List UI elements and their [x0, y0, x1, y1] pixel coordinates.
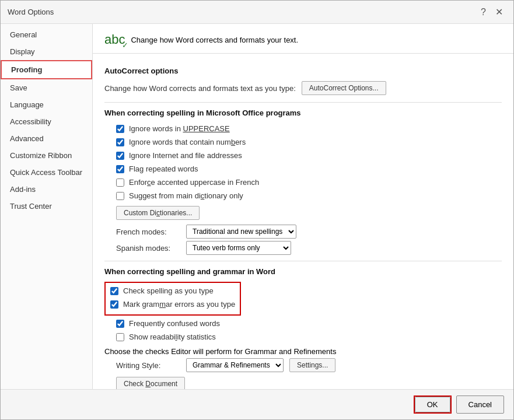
custom-dictionaries-button[interactable]: Custom Dictionaries...	[116, 206, 200, 220]
writing-style-row: Writing Style: Grammar & Refinements Set…	[116, 358, 502, 372]
ignore-numbers-checkbox[interactable]	[116, 138, 124, 146]
enforce-accented-row: Enforce accented uppercase in French	[116, 177, 502, 188]
divider-1	[104, 102, 502, 103]
sidebar: General Display Proofing Save Language A…	[1, 24, 93, 389]
confused-words-label: Frequently confused words	[129, 319, 220, 328]
sidebar-item-proofing[interactable]: Proofing	[1, 60, 92, 79]
divider-2	[104, 261, 502, 261]
mark-grammar-row: Mark grammar errors as you type	[110, 299, 235, 310]
enforce-accented-checkbox[interactable]	[116, 178, 124, 187]
sidebar-item-trust-center[interactable]: Trust Center	[1, 198, 92, 215]
french-modes-select[interactable]: Traditional and new spellings	[186, 225, 296, 239]
dialog-title: Word Options	[8, 8, 54, 16]
cancel-button[interactable]: Cancel	[456, 396, 504, 414]
dialog-footer: OK Cancel	[1, 389, 513, 419]
ignore-internet-label: Ignore Internet and file addresses	[129, 151, 242, 160]
main-header: abc✓ Change how Word corrects and format…	[93, 24, 513, 54]
proofing-icon: abc✓	[104, 32, 125, 47]
ignore-uppercase-row: Ignore words in UPPERCASE	[116, 123, 502, 134]
editor-description: Choose the checks Editor will perform fo…	[104, 347, 336, 356]
suggest-main-checkbox[interactable]	[116, 192, 124, 200]
ignore-numbers-row: Ignore words that contain numbers	[116, 136, 502, 148]
settings-button[interactable]: Settings...	[289, 358, 335, 372]
autocorrect-description: Change how Word corrects and formats tex…	[104, 84, 296, 93]
show-readability-row: Show readability statistics	[116, 331, 502, 342]
title-bar-controls: ? ✕	[477, 5, 506, 19]
sidebar-item-add-ins[interactable]: Add-ins	[1, 181, 92, 198]
suggest-main-label: Suggest from main dictionary only	[129, 191, 243, 200]
main-body: AutoCorrect options Change how Word corr…	[93, 54, 513, 389]
ignore-uppercase-checkbox[interactable]	[116, 125, 124, 133]
ignore-internet-row: Ignore Internet and file addresses	[116, 150, 502, 161]
show-readability-checkbox[interactable]	[116, 333, 124, 341]
main-content: abc✓ Change how Word corrects and format…	[93, 24, 513, 389]
sidebar-item-general[interactable]: General	[1, 26, 92, 43]
word-grammar-title: When correcting spelling and grammar in …	[104, 267, 502, 276]
main-header-text: Change how Word corrects and formats you…	[131, 36, 298, 44]
ms-spelling-title: When correcting spelling in Microsoft Of…	[104, 108, 502, 117]
highlighted-checkboxes-box: Check spelling as you type Mark grammar …	[104, 282, 241, 316]
autocorrect-section-title: AutoCorrect options	[104, 66, 502, 75]
flag-repeated-label: Flag repeated words	[129, 164, 198, 173]
sidebar-item-accessibility[interactable]: Accessibility	[1, 113, 92, 130]
word-options-dialog: Word Options ? ✕ General Display Proofin…	[0, 0, 514, 420]
title-bar: Word Options ? ✕	[1, 1, 513, 24]
flag-repeated-checkbox[interactable]	[116, 165, 124, 173]
spanish-modes-select[interactable]: Tuteo verb forms only	[186, 241, 291, 255]
flag-repeated-row: Flag repeated words	[116, 163, 502, 174]
sidebar-item-quick-access[interactable]: Quick Access Toolbar	[1, 164, 92, 181]
writing-style-select[interactable]: Grammar & Refinements	[186, 358, 284, 372]
sidebar-item-save[interactable]: Save	[1, 79, 92, 96]
custom-dicts-row: Custom Dictionaries...	[116, 206, 502, 220]
check-spelling-checkbox[interactable]	[110, 287, 118, 295]
spanish-modes-label: Spanish modes:	[116, 244, 180, 253]
editor-description-row: Choose the checks Editor will perform fo…	[104, 347, 502, 356]
check-document-row: Check Document	[116, 377, 502, 389]
sidebar-item-customize-ribbon[interactable]: Customize Ribbon	[1, 147, 92, 164]
confused-words-row: Frequently confused words	[116, 318, 502, 329]
check-document-button[interactable]: Check Document	[116, 377, 185, 389]
mark-grammar-checkbox[interactable]	[110, 300, 118, 309]
mark-grammar-label: Mark grammar errors as you type	[123, 300, 235, 309]
ignore-uppercase-label: Ignore words in UPPERCASE	[129, 124, 230, 133]
dialog-content: General Display Proofing Save Language A…	[1, 24, 513, 389]
check-spelling-label: Check spelling as you type	[123, 286, 214, 295]
sidebar-item-display[interactable]: Display	[1, 43, 92, 60]
french-modes-row: French modes: Traditional and new spelli…	[116, 225, 502, 239]
sidebar-item-language[interactable]: Language	[1, 96, 92, 113]
enforce-accented-label: Enforce accented uppercase in French	[129, 178, 259, 187]
check-spelling-row: Check spelling as you type	[110, 285, 235, 296]
ok-button-wrapper: OK	[414, 396, 452, 414]
ok-button[interactable]: OK	[415, 397, 450, 412]
autocorrect-row: Change how Word corrects and formats tex…	[104, 81, 502, 95]
close-button[interactable]: ✕	[492, 5, 506, 19]
help-button[interactable]: ?	[477, 5, 489, 19]
confused-words-checkbox[interactable]	[116, 320, 124, 328]
spanish-modes-row: Spanish modes: Tuteo verb forms only	[116, 241, 502, 255]
french-modes-label: French modes:	[116, 228, 180, 236]
ignore-internet-checkbox[interactable]	[116, 152, 124, 160]
autocorrect-options-button[interactable]: AutoCorrect Options...	[302, 81, 386, 95]
show-readability-label: Show readability statistics	[129, 332, 216, 341]
writing-style-label: Writing Style:	[116, 361, 180, 370]
suggest-main-row: Suggest from main dictionary only	[116, 190, 502, 201]
ignore-numbers-label: Ignore words that contain numbers	[129, 138, 246, 146]
sidebar-item-advanced[interactable]: Advanced	[1, 130, 92, 147]
